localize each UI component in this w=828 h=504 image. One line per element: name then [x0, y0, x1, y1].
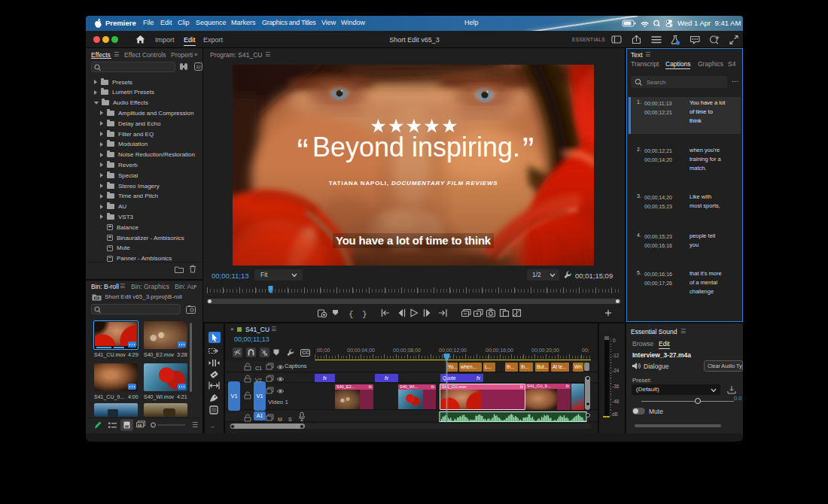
- svg-text:{: {: [349, 310, 354, 319]
- svg-text:32: 32: [196, 65, 201, 69]
- svg-text:▮▮: ▮▮: [138, 423, 142, 427]
- svg-text:V2: V2: [255, 378, 262, 383]
- svg-text:CC: CC: [302, 350, 309, 355]
- svg-text:}: }: [362, 310, 367, 319]
- svg-text:S: S: [288, 417, 292, 422]
- svg-text:C1: C1: [255, 366, 262, 371]
- svg-text:M: M: [278, 417, 282, 422]
